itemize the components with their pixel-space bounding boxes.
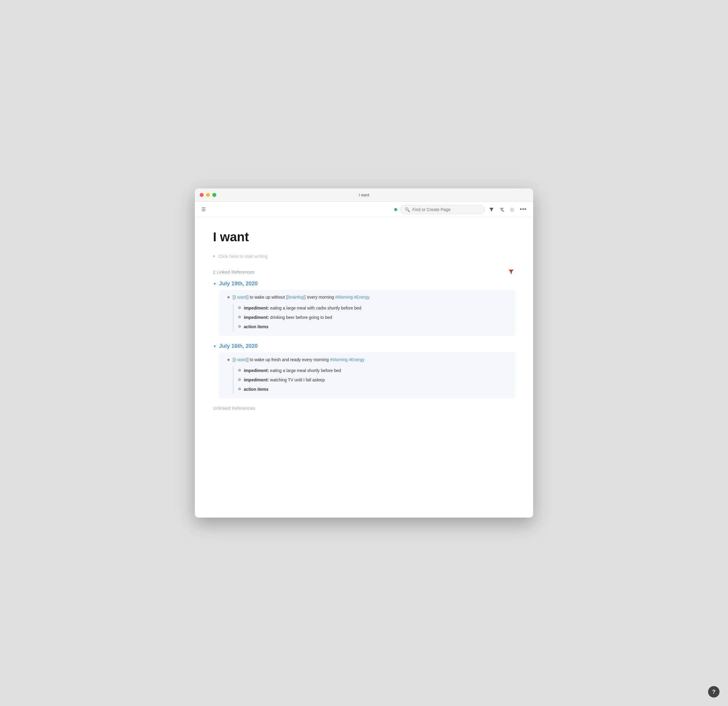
ref-main-text-2: [[I want]] to wake up fresh and ready ev… xyxy=(233,357,365,363)
toolbar-left: ☰ xyxy=(200,205,207,214)
tag-morning-2[interactable]: #Morning xyxy=(330,357,347,362)
toolbar-right: 🔍 ☆ ••• xyxy=(394,205,528,214)
link-iwant-2[interactable]: [[I want]] xyxy=(233,357,248,362)
window-title: I want xyxy=(359,193,370,197)
date-label-1: July 19th, 2020 xyxy=(219,280,258,287)
toolbar: ☰ 🔍 ☆ xyxy=(195,202,533,217)
ref-text-1b: every morning xyxy=(307,295,335,300)
sub-item-2-2: impediment: watching TV until I fall asl… xyxy=(238,375,510,385)
minimize-button[interactable] xyxy=(206,193,210,197)
tag-energy-1[interactable]: #Energy xyxy=(354,295,370,300)
chevron-down-icon-2: ▼ xyxy=(213,344,217,348)
maximize-button[interactable] xyxy=(212,193,216,197)
main-content: I want Click here to start writing 2 Lin… xyxy=(195,217,533,518)
search-icon: 🔍 xyxy=(405,207,410,212)
help-button[interactable]: ? xyxy=(708,686,719,697)
ref-main-bullet-1: [[I want]] to wake up without [[brainfog… xyxy=(227,294,510,300)
sub-item-1-2: impediment: drinking beer before going t… xyxy=(238,313,510,322)
page-title[interactable]: I want xyxy=(213,230,515,245)
link-iwant-1[interactable]: [[I want]] xyxy=(233,295,248,300)
window-controls xyxy=(200,193,216,197)
sub-item-text-2-3: action items xyxy=(244,386,269,393)
online-status-dot xyxy=(394,208,397,211)
sub-item-text-1-2: impediment: drinking beer before going t… xyxy=(244,314,332,321)
hamburger-menu-button[interactable]: ☰ xyxy=(200,205,207,214)
more-icon: ••• xyxy=(520,206,527,212)
ref-main-bullet-2: [[I want]] to wake up fresh and ready ev… xyxy=(227,357,510,363)
search-input[interactable] xyxy=(412,207,480,212)
titlebar: I want xyxy=(195,188,533,202)
filter2-button[interactable] xyxy=(498,206,506,213)
sub-bullet-1-2 xyxy=(238,316,241,318)
placeholder-text: Click here to start writing xyxy=(218,254,268,259)
sub-item-1-1: impediment: eating a large meal with car… xyxy=(238,303,510,313)
placeholder-area[interactable]: Click here to start writing xyxy=(213,254,515,259)
sub-item-text-2-2: impediment: watching TV until I fall asl… xyxy=(244,377,325,383)
references-header: 2 Linked References xyxy=(213,268,515,276)
ref-bullet-dot-2 xyxy=(227,359,230,361)
search-bar[interactable]: 🔍 xyxy=(400,205,485,214)
sub-item-1-3: action items xyxy=(238,322,510,332)
sub-item-text-2-1: impediment: eating a large meal shortly … xyxy=(244,368,341,374)
close-button[interactable] xyxy=(200,193,204,197)
date-heading-1[interactable]: ▼ July 19th, 2020 xyxy=(213,280,515,287)
ref-text-1a: to wake up without xyxy=(250,295,286,300)
chevron-down-icon-1: ▼ xyxy=(213,282,217,286)
star-button[interactable]: ☆ xyxy=(508,205,516,214)
star-icon: ☆ xyxy=(510,206,514,213)
sub-items-2: impediment: eating a large meal shortly … xyxy=(233,366,510,394)
ref-bullet-dot-1 xyxy=(227,296,230,298)
sub-bullet-2-3 xyxy=(238,388,241,390)
link-brainfog-1[interactable]: [[brainfog]] xyxy=(286,295,306,300)
sub-bullet-1-1 xyxy=(238,306,241,309)
sub-bullet-2-2 xyxy=(238,378,241,381)
bullet-dot xyxy=(213,255,215,257)
help-icon: ? xyxy=(712,689,716,695)
ref-text-2a: to wake up fresh and ready every morning xyxy=(250,357,330,362)
filter2-icon xyxy=(499,207,504,212)
sub-item-text-1-3: action items xyxy=(244,324,269,330)
sub-item-2-3: action items xyxy=(238,385,510,394)
sub-bullet-1-3 xyxy=(238,325,241,328)
linked-refs-label: 2 Linked References xyxy=(213,269,255,274)
filter-button[interactable] xyxy=(488,206,495,213)
filter-icon xyxy=(489,207,494,212)
sub-items-1: impediment: eating a large meal with car… xyxy=(233,303,510,332)
more-button[interactable]: ••• xyxy=(519,205,528,214)
date-group-1: ▼ July 19th, 2020 [[I want]] to wake up … xyxy=(213,280,515,336)
date-group-2: ▼ July 16th, 2020 [[I want]] to wake up … xyxy=(213,343,515,398)
filter-red-icon xyxy=(508,269,514,274)
ref-block-2: [[I want]] to wake up fresh and ready ev… xyxy=(219,352,515,398)
app-window: I want ☰ 🔍 xyxy=(195,188,533,518)
svg-line-0 xyxy=(502,210,504,212)
sub-item-2-1: impediment: eating a large meal shortly … xyxy=(238,366,510,375)
unlinked-references-section: Unlinked References xyxy=(213,406,515,411)
hamburger-icon: ☰ xyxy=(201,206,206,212)
unlinked-refs-label: Unlinked References xyxy=(213,406,255,411)
date-heading-2[interactable]: ▼ July 16th, 2020 xyxy=(213,343,515,349)
sub-item-text-1-1: impediment: eating a large meal with car… xyxy=(244,305,361,311)
filter-red-button[interactable] xyxy=(507,268,515,276)
sub-bullet-2-1 xyxy=(238,369,241,371)
date-label-2: July 16th, 2020 xyxy=(219,343,258,349)
tag-morning-1[interactable]: #Morning xyxy=(335,295,352,300)
ref-block-1: [[I want]] to wake up without [[brainfog… xyxy=(219,290,515,336)
ref-main-text-1: [[I want]] to wake up without [[brainfog… xyxy=(233,294,370,300)
tag-energy-2[interactable]: #Energy xyxy=(349,357,364,362)
